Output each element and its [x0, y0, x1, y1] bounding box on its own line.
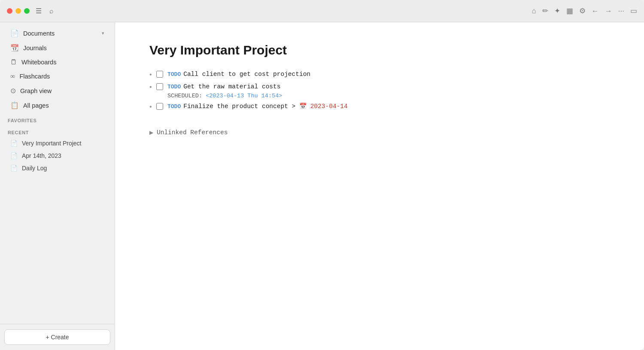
sidebar-item-daily-log[interactable]: 📄 Daily Log [3, 162, 112, 174]
page-icon-3: 📄 [10, 165, 18, 172]
todo-badge-2: TODO [167, 84, 181, 90]
page-title: Very Important Project [149, 43, 610, 57]
sidebar: 📄 Documents ▾ 📆 Journals 🗒 Whiteboards ∞ [0, 22, 115, 350]
todo-list: TODOCall client to get cost projection T… [149, 69, 610, 112]
todo-item-1: TODOCall client to get cost projection [149, 69, 610, 79]
plugin-icon[interactable]: ⚙ [579, 6, 586, 15]
todo-task-text-2: Get the raw material costs [183, 83, 280, 90]
sidebar-item-journals[interactable]: 📆 Journals [3, 41, 112, 55]
sidebar-item-journals-label: Journals [23, 45, 104, 51]
todo-item-3: TODOFinalize the product concept > 📅 202… [149, 102, 610, 112]
main-layout: 📄 Documents ▾ 📆 Journals 🗒 Whiteboards ∞ [0, 22, 644, 350]
sidebar-item-documents[interactable]: 📄 Documents ▾ [3, 26, 112, 40]
calendar-icon[interactable]: ▦ [566, 6, 573, 15]
edit-icon[interactable]: ✏ [542, 6, 548, 15]
sidebar-recent-label-apr14: Apr 14th, 2023 [22, 152, 61, 159]
page-icon-2: 📄 [10, 152, 18, 159]
deadline-date[interactable]: 2023-04-14 [310, 103, 348, 110]
todo-text-3: TODOFinalize the product concept > 📅 202… [167, 103, 348, 110]
scheduled-line: SCHEDULED: <2023-04-13 Thu 14:54> [167, 93, 610, 99]
sidebar-item-whiteboards[interactable]: 🗒 Whiteboards [3, 55, 112, 69]
content-area: Very Important Project TODOCall client t… [115, 22, 644, 350]
recent-header: RECENT [0, 125, 115, 137]
sidebar-item-apr14[interactable]: 📄 Apr 14th, 2023 [3, 150, 112, 162]
todo-item-2: TODOGet the raw material costs SCHEDULED… [149, 82, 610, 99]
star-icon[interactable]: ✦ [554, 6, 560, 15]
title-bar: ☰ ⌕ ⌂ ✏ ✦ ▦ ⚙ ← → ··· ▭ [0, 0, 644, 22]
traffic-lights [7, 8, 30, 14]
sidebar-item-graph-view[interactable]: ⊙ Graph view [3, 84, 112, 98]
minimize-button[interactable] [15, 8, 21, 14]
todo-task-text-1: Call client to get cost projection [183, 71, 310, 78]
whiteboards-icon: 🗒 [10, 58, 17, 66]
triangle-icon[interactable]: ▶ [149, 130, 153, 136]
title-bar-left: ☰ ⌕ [7, 5, 55, 17]
unlinked-refs-label[interactable]: Unlinked References [157, 129, 228, 136]
sidebar-recent-label-very-important: Very Important Project [22, 140, 82, 147]
back-icon[interactable]: ← [592, 7, 599, 15]
sidebar-item-whiteboards-label: Whiteboards [21, 59, 104, 66]
todo-text-1: TODOCall client to get cost projection [167, 71, 310, 78]
todo-content-2: TODOGet the raw material costs SCHEDULED… [167, 82, 610, 99]
create-button[interactable]: + Create [4, 329, 110, 345]
todo-task-text-3: Finalize the product concept > [183, 103, 295, 110]
title-bar-right: ⌂ ✏ ✦ ▦ ⚙ ← → ··· ▭ [532, 6, 637, 15]
forward-icon[interactable]: → [605, 7, 612, 15]
sidebar-item-very-important[interactable]: 📄 Very Important Project [3, 137, 112, 149]
graph-view-icon: ⊙ [10, 87, 16, 95]
todo-checkbox-1[interactable] [156, 71, 163, 78]
todo-badge-3: TODO [167, 103, 181, 110]
home-icon[interactable]: ⌂ [532, 7, 536, 15]
search-icon[interactable]: ⌕ [48, 6, 55, 17]
todo-content-3: TODOFinalize the product concept > 📅 202… [167, 102, 610, 112]
close-button[interactable] [7, 8, 12, 14]
more-icon[interactable]: ··· [618, 7, 624, 15]
sidebar-footer: + Create [0, 324, 115, 350]
all-pages-icon: 📋 [10, 101, 19, 109]
documents-icon: 📄 [10, 29, 19, 37]
journals-icon: 📆 [10, 44, 19, 52]
sidebar-item-flashcards-label: Flashcards [19, 73, 104, 80]
favorites-header: FAVORITES [0, 113, 115, 125]
page-icon: 📄 [10, 140, 18, 147]
fullscreen-button[interactable] [24, 8, 30, 14]
sidebar-item-documents-label: Documents [23, 30, 97, 37]
sidebar-item-flashcards[interactable]: ∞ Flashcards [3, 69, 112, 83]
sidebar-nav: 📄 Documents ▾ 📆 Journals 🗒 Whiteboards ∞ [0, 22, 115, 324]
flashcards-icon: ∞ [10, 72, 15, 80]
todo-content-1: TODOCall client to get cost projection [167, 69, 610, 79]
todo-checkbox-3[interactable] [156, 103, 163, 110]
sidebar-recent-label-daily-log: Daily Log [22, 165, 47, 172]
todo-checkbox-2[interactable] [156, 83, 163, 90]
scheduled-date: <2023-04-13 Thu 14:54> [206, 93, 282, 99]
todo-badge-1: TODO [167, 71, 181, 78]
sidebar-item-all-pages[interactable]: 📋 All pages [3, 98, 112, 112]
todo-text-2: TODOGet the raw material costs [167, 83, 280, 90]
hamburger-icon[interactable]: ☰ [34, 5, 43, 17]
sidebar-item-all-pages-label: All pages [23, 102, 104, 109]
scheduled-prefix: SCHEDULED: [167, 93, 202, 99]
chevron-down-icon: ▾ [102, 30, 104, 36]
sidebar-item-graph-view-label: Graph view [20, 88, 104, 94]
unlinked-references-section: ▶ Unlinked References [149, 129, 610, 136]
sidebar-toggle-icon[interactable]: ▭ [630, 6, 637, 15]
